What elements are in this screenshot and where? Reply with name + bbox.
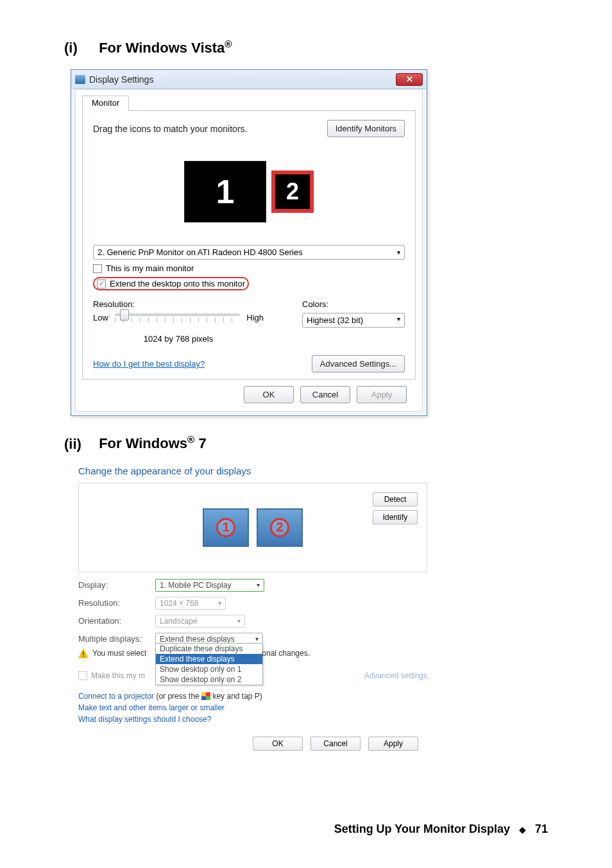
cancel-button[interactable]: Cancel — [300, 386, 350, 403]
ok-button[interactable]: OK — [244, 386, 294, 403]
heading-win7-text-b: 7 — [194, 436, 206, 452]
window-icon — [75, 75, 85, 84]
win7-page-title: Change the appearance of your displays — [78, 465, 427, 476]
titlebar-blur — [166, 75, 396, 84]
main-monitor-row: This is my main monitor — [93, 263, 405, 273]
advanced-settings-button[interactable]: Advanced Settings... — [312, 355, 405, 372]
heading-win7: (ii) For Windows® 7 — [64, 434, 548, 452]
win7-dialog-buttons: OK Cancel Apply — [71, 726, 427, 751]
win7-helper-links: Connect to a projector (or press the key… — [78, 692, 427, 724]
identify-monitors-button[interactable]: Identify Monitors — [327, 120, 405, 137]
display-value: 1. Mobile PC Display — [160, 581, 231, 590]
slider-ticks — [115, 317, 240, 322]
win7-display-panel: Detect Identify 1 2 — [78, 483, 427, 572]
chevron-down-icon: ▾ — [255, 635, 259, 642]
orientation-value: Landscape — [160, 617, 198, 626]
main-monitor-label: This is my main monitor — [106, 263, 194, 273]
vista-dialog-buttons: OK Cancel Apply — [82, 380, 416, 403]
colors-value: Highest (32 bit) — [307, 315, 363, 325]
close-icon: ✕ — [406, 74, 413, 84]
extend-desktop-checkbox[interactable]: ✓ — [97, 280, 106, 288]
apply-button[interactable]: Apply — [368, 737, 418, 751]
drag-instruction: Drag the icons to match your monitors. — [93, 124, 247, 134]
slider-thumb[interactable] — [120, 309, 129, 321]
apply-button[interactable]: Apply — [357, 386, 407, 403]
detect-button[interactable]: Detect — [373, 492, 418, 506]
best-display-help-link[interactable]: How do I get the best display? — [93, 359, 205, 369]
vista-titlebar[interactable]: Display Settings ✕ — [71, 70, 427, 89]
window-title: Display Settings — [89, 74, 153, 85]
multiple-displays-value: Extend these displays — [160, 635, 235, 644]
diamond-icon: ◆ — [519, 824, 526, 835]
page-number: 71 — [535, 822, 548, 836]
resolution-value: 1024 × 768 — [160, 599, 198, 608]
extend-desktop-label: Extend the desktop onto this monitor — [110, 279, 245, 288]
display-dropdown[interactable]: 1. Mobile PC Display ▾ — [155, 579, 264, 592]
main-monitor-checkbox[interactable] — [93, 264, 102, 273]
warn-text-b: onal changes. — [262, 649, 310, 658]
orientation-label: Orientation: — [78, 616, 148, 626]
resolution-dropdown[interactable]: 1024 × 768 ▾ — [155, 597, 226, 610]
win7-form: Display: 1. Mobile PC Display ▾ Resoluti… — [78, 579, 427, 683]
slider-track[interactable] — [115, 313, 240, 316]
heading-win7-num: (ii) — [64, 436, 95, 453]
warn-text-a: You must select — [92, 649, 146, 658]
resolution-label: Resolution: — [93, 299, 264, 309]
chevron-down-icon: ▾ — [257, 581, 260, 588]
resolution-slider[interactable]: Low High — [93, 313, 264, 322]
monitor-select-dropdown[interactable]: 2. Generic PnP Monitor on ATI Radeon HD … — [93, 245, 405, 260]
cancel-button[interactable]: Cancel — [310, 737, 361, 751]
vista-body: Monitor Drag the icons to match your mon… — [75, 89, 423, 412]
display-settings-help-link[interactable]: What display settings should I choose? — [78, 715, 427, 724]
chevron-down-icon: ▾ — [397, 249, 400, 256]
footer-title: Setting Up Your Monitor Display — [334, 822, 510, 836]
chevron-down-icon: ▾ — [237, 617, 241, 624]
slider-high-label: High — [246, 313, 264, 322]
chevron-down-icon: ▾ — [218, 599, 221, 606]
win7-screen-resolution-window: Change the appearance of your displays D… — [71, 465, 427, 751]
make-main-label: Make this my m — [91, 671, 145, 680]
make-main-checkbox[interactable] — [78, 671, 87, 680]
vista-display-settings-window: Display Settings ✕ Monitor Drag the icon… — [71, 69, 427, 416]
connect-projector-link[interactable]: Connect to a projector (or press the key… — [78, 692, 427, 701]
check-icon: ✓ — [99, 280, 105, 288]
registered-icon: ® — [225, 38, 232, 49]
windows-key-icon — [201, 692, 210, 700]
vista-panel: Drag the icons to match your monitors. I… — [82, 110, 416, 380]
page-footer: Setting Up Your Monitor Display ◆ 71 — [334, 822, 548, 836]
heading-vista-text: For Windows Vista — [99, 40, 225, 56]
monitor-number-1: 1 — [216, 518, 235, 537]
advanced-settings-link[interactable]: Advanced settings — [364, 671, 427, 680]
warning-icon: ! — [78, 648, 89, 658]
orientation-dropdown[interactable]: Landscape ▾ — [155, 615, 245, 628]
monitor-number-2: 2 — [270, 518, 289, 537]
close-button[interactable]: ✕ — [396, 73, 423, 86]
monitor-select-value: 2. Generic PnP Monitor on ATI Radeon HD … — [98, 247, 303, 257]
resolution-label: Resolution: — [78, 598, 148, 608]
identify-button[interactable]: Identify — [373, 510, 418, 524]
colors-dropdown[interactable]: Highest (32 bit) ▾ — [302, 313, 405, 328]
win7-monitor-arena[interactable]: 1 2 — [88, 492, 418, 563]
heading-vista: (i) For Windows Vista® — [64, 38, 548, 56]
ok-button[interactable]: OK — [253, 737, 303, 751]
tab-monitor[interactable]: Monitor — [82, 96, 129, 111]
heading-win7-text-a: For Windows — [99, 436, 187, 452]
monitor-icon-1[interactable]: 1 — [184, 161, 266, 222]
monitor-icon-1[interactable]: 1 — [203, 508, 249, 547]
resolution-value: 1024 by 768 pixels — [93, 334, 264, 344]
slider-low-label: Low — [93, 313, 108, 322]
text-size-link[interactable]: Make text and other items larger or smal… — [78, 703, 427, 712]
multiple-displays-label: Multiple displays: — [78, 634, 148, 644]
extend-desktop-highlight: ✓ Extend the desktop onto this monitor — [93, 277, 249, 290]
monitor-icon-2[interactable]: 2 — [257, 508, 303, 547]
monitor-arena[interactable]: 1 2 — [93, 144, 405, 240]
chevron-down-icon: ▾ — [397, 315, 400, 325]
registered-icon: ® — [187, 434, 194, 445]
heading-vista-num: (i) — [64, 40, 95, 56]
colors-label: Colors: — [302, 299, 405, 309]
display-label: Display: — [78, 580, 148, 590]
monitor-icon-2[interactable]: 2 — [271, 171, 314, 213]
